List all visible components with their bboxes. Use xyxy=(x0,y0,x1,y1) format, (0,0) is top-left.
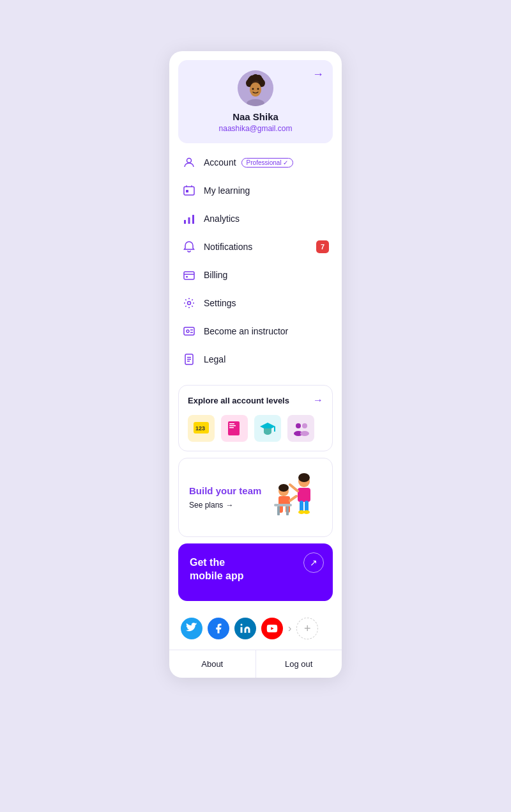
svg-rect-28 xyxy=(229,427,234,428)
account-label: Account xyxy=(204,157,236,168)
menu-item-legal[interactable]: Legal xyxy=(169,345,342,373)
build-team-title: Build your team xyxy=(189,485,264,497)
explore-icons: 123 xyxy=(188,415,323,442)
mobile-app-arrow-btn[interactable]: ↗ xyxy=(303,552,324,573)
settings-label: Settings xyxy=(204,298,236,308)
settings-icon xyxy=(182,296,196,310)
youtube-icon[interactable] xyxy=(261,618,283,639)
menu-item-notifications[interactable]: Notifications 7 xyxy=(169,233,342,261)
see-plans-arrow: → xyxy=(225,501,233,510)
svg-rect-16 xyxy=(188,217,190,224)
menu-item-become-instructor[interactable]: Become an instructor xyxy=(169,317,342,345)
svg-point-8 xyxy=(250,82,261,97)
profile-arrow[interactable]: → xyxy=(312,68,324,81)
build-team-illustration xyxy=(264,469,322,526)
explore-level-1[interactable]: 123 xyxy=(188,415,215,442)
my-learning-label: My learning xyxy=(204,185,250,196)
instructor-icon xyxy=(182,324,196,338)
svg-rect-17 xyxy=(192,215,194,224)
billing-icon xyxy=(182,268,196,282)
menu-item-account[interactable]: Account Professional ✓ xyxy=(169,148,342,176)
billing-label: Billing xyxy=(204,270,227,280)
social-add-icon[interactable]: + xyxy=(296,618,318,639)
svg-line-51 xyxy=(290,496,296,501)
profile-name: Naa Shika xyxy=(233,111,278,122)
svg-point-12 xyxy=(187,159,192,163)
profile-section: → xyxy=(178,60,333,143)
about-button[interactable]: About xyxy=(169,650,256,678)
svg-point-22 xyxy=(187,330,189,332)
notifications-label: Notifications xyxy=(204,242,252,252)
svg-point-7 xyxy=(252,74,259,81)
menu-item-settings[interactable]: Settings xyxy=(169,289,342,317)
build-team-section[interactable]: Build your team See plans → xyxy=(178,458,333,537)
svg-rect-37 xyxy=(298,488,310,502)
explore-level-4[interactable] xyxy=(287,415,314,442)
explore-level-3[interactable] xyxy=(254,415,281,442)
svg-rect-48 xyxy=(274,504,292,506)
svg-point-36 xyxy=(298,473,310,482)
svg-rect-13 xyxy=(184,187,194,195)
svg-text:123: 123 xyxy=(195,425,205,432)
professional-badge: Professional ✓ xyxy=(241,158,294,168)
mobile-app-section[interactable]: ↗ Get themobile app xyxy=(178,543,333,601)
svg-point-9 xyxy=(252,88,254,90)
profile-email: naashika@gmail.com xyxy=(219,124,293,133)
profile-card: → xyxy=(169,51,342,678)
svg-rect-19 xyxy=(186,276,188,277)
menu-list: Account Professional ✓ My learning xyxy=(169,143,342,379)
explore-section[interactable]: Explore all account levels → 123 xyxy=(178,385,333,451)
svg-line-42 xyxy=(290,485,298,491)
explore-header: Explore all account levels → xyxy=(188,394,323,406)
svg-point-32 xyxy=(302,423,307,428)
svg-point-52 xyxy=(241,624,243,626)
svg-rect-18 xyxy=(184,272,194,279)
svg-point-10 xyxy=(257,88,259,90)
analytics-icon xyxy=(182,212,196,226)
svg-rect-15 xyxy=(184,220,186,224)
avatar xyxy=(238,70,273,106)
svg-rect-14 xyxy=(186,190,188,192)
footer: About Log out xyxy=(169,650,342,678)
svg-point-44 xyxy=(278,484,289,492)
social-chevron-icon[interactable]: › xyxy=(288,623,291,634)
explore-level-2[interactable] xyxy=(221,415,248,442)
facebook-icon[interactable] xyxy=(208,618,229,639)
logout-button[interactable]: Log out xyxy=(256,650,342,678)
svg-rect-50 xyxy=(286,506,289,515)
analytics-label: Analytics xyxy=(204,214,240,224)
social-section: › + xyxy=(169,607,342,650)
menu-item-my-learning[interactable]: My learning xyxy=(169,176,342,205)
svg-rect-30 xyxy=(274,426,275,432)
svg-point-20 xyxy=(188,302,191,305)
explore-arrow-icon: → xyxy=(313,394,323,406)
mobile-app-title: Get themobile app xyxy=(190,556,321,583)
build-team-text: Build your team See plans → xyxy=(189,485,264,510)
legal-icon xyxy=(182,352,196,366)
svg-point-34 xyxy=(300,431,309,436)
my-learning-icon xyxy=(182,183,196,198)
build-team-link[interactable]: See plans → xyxy=(189,501,264,510)
svg-rect-49 xyxy=(277,506,280,515)
twitter-icon[interactable] xyxy=(181,618,202,639)
svg-point-31 xyxy=(296,423,301,428)
explore-title: Explore all account levels xyxy=(188,396,289,405)
instructor-label: Become an instructor xyxy=(204,326,288,336)
menu-item-billing[interactable]: Billing xyxy=(169,261,342,289)
notifications-count: 7 xyxy=(316,240,329,253)
legal-label: Legal xyxy=(204,354,225,364)
menu-item-analytics[interactable]: Analytics xyxy=(169,205,342,233)
notifications-icon xyxy=(182,240,196,254)
svg-rect-27 xyxy=(229,425,236,426)
svg-point-41 xyxy=(303,510,310,514)
linkedin-icon[interactable] xyxy=(234,618,256,639)
account-icon xyxy=(182,155,196,169)
svg-rect-26 xyxy=(229,423,234,425)
